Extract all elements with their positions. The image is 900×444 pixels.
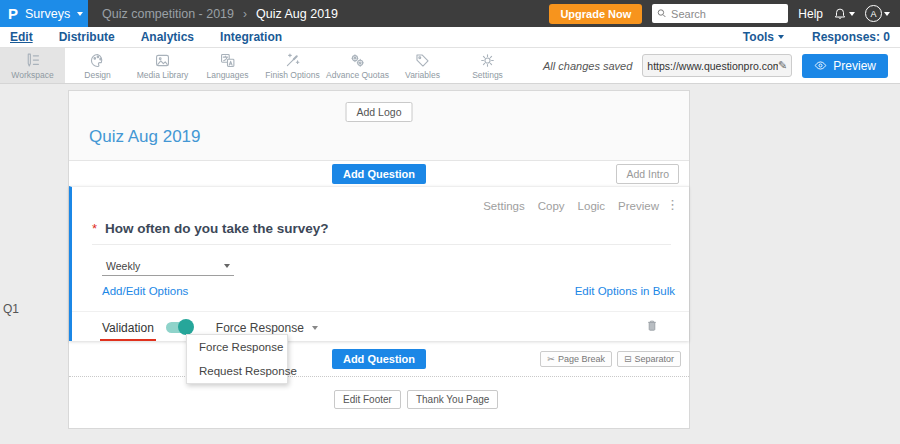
account-menu[interactable]: A [865, 5, 890, 22]
question-actions: Settings Copy Logic Preview [483, 200, 659, 212]
validation-dropdown-menu: Force Response Request Response [186, 334, 288, 384]
magic-wand-icon [284, 52, 301, 69]
translate-icon [219, 52, 236, 69]
quota-gears-icon [349, 52, 366, 69]
chevron-down-icon [884, 12, 890, 16]
question-preview-link[interactable]: Preview [618, 200, 659, 212]
tools-label: Tools [743, 30, 774, 44]
survey-title[interactable]: Quiz Aug 2019 [89, 127, 201, 147]
tag-icon [414, 52, 431, 69]
toolbar-item-languages[interactable]: Languages [195, 48, 260, 83]
validation-label: Validation [102, 321, 154, 335]
product-menu-label: Surveys [25, 7, 70, 21]
validation-type-dropdown[interactable]: Force Response [216, 321, 318, 335]
question-id-label: Q1 [3, 302, 19, 316]
save-status: All changes saved [543, 60, 632, 72]
add-question-button-top[interactable]: Add Question [332, 164, 426, 184]
survey-url-box: ✎ [642, 54, 792, 77]
toolbar-item-finish-options[interactable]: Finish Options [260, 48, 325, 83]
notifications-menu[interactable] [833, 7, 855, 21]
add-intro-button[interactable]: Add Intro [616, 164, 679, 184]
upgrade-now-button[interactable]: Upgrade Now [549, 4, 642, 24]
gear-icon [479, 52, 496, 69]
tab-integration[interactable]: Integration [220, 30, 282, 44]
responses-link[interactable]: Responses: 0 [812, 30, 890, 44]
breadcrumb-separator: › [243, 7, 247, 21]
answer-dropdown-value: Weekly [106, 260, 140, 272]
product-menu[interactable]: P Surveys [0, 0, 88, 27]
global-search[interactable] [652, 4, 788, 23]
toolbar-item-workspace[interactable]: Workspace [0, 48, 65, 83]
validation-type-value: Force Response [216, 321, 304, 335]
toolbar-item-media-library[interactable]: Media Library [130, 48, 195, 83]
page-break-button[interactable]: ✂ Page Break [540, 351, 612, 367]
toolbar-item-design[interactable]: Design [65, 48, 130, 83]
card-divider [72, 311, 689, 312]
tools-menu[interactable]: Tools [743, 30, 784, 44]
help-link[interactable]: Help [798, 7, 823, 21]
question-logic-link[interactable]: Logic [578, 200, 606, 212]
survey-header-section: Add Logo Quiz Aug 2019 [69, 91, 689, 161]
separator-icon: ⊟ [624, 354, 632, 364]
tab-analytics[interactable]: Analytics [141, 30, 194, 44]
edit-footer-button[interactable]: Edit Footer [334, 390, 401, 409]
image-icon [154, 52, 171, 69]
question-underline [92, 244, 671, 245]
kebab-menu-icon[interactable]: ⋮ [666, 197, 679, 212]
validation-toggle[interactable] [166, 322, 192, 333]
survey-canvas: Add Logo Quiz Aug 2019 Add Question Add … [68, 90, 690, 429]
tab-distribute[interactable]: Distribute [59, 30, 115, 44]
questionpro-logo-icon: P [8, 6, 18, 21]
breadcrumb-current: Quiz Aug 2019 [256, 7, 338, 21]
search-input[interactable] [671, 8, 783, 20]
add-question-row-top: Add Question Add Intro [69, 161, 689, 186]
section-nav: Edit Distribute Analytics Integration To… [0, 27, 900, 48]
question-card: Settings Copy Logic Preview ⋮ * How ofte… [69, 186, 689, 341]
survey-toolbar: Workspace Design Media Library Languages… [0, 48, 900, 84]
separator-label: Separator [634, 354, 674, 364]
toolbar-item-settings[interactable]: Settings [455, 48, 520, 83]
preview-button[interactable]: Preview [802, 54, 888, 78]
eye-icon [814, 60, 827, 71]
add-question-row-bottom: Add Question ✂ Page Break ⊟ Separator [69, 341, 689, 376]
edit-url-icon[interactable]: ✎ [778, 59, 787, 72]
add-edit-options-link[interactable]: Add/Edit Options [102, 285, 188, 297]
dropdown-option-force-response[interactable]: Force Response [187, 335, 287, 359]
survey-url-input[interactable] [647, 60, 778, 72]
chevron-down-icon [849, 12, 855, 16]
bell-icon [833, 7, 847, 21]
avatar: A [865, 5, 882, 22]
chevron-down-icon [312, 326, 318, 330]
required-asterisk: * [92, 221, 97, 236]
survey-footer-section: Edit Footer Thank You Page [69, 376, 689, 428]
question-settings-link[interactable]: Settings [483, 200, 525, 212]
tab-edit[interactable]: Edit [10, 30, 33, 44]
delete-question-button[interactable] [645, 318, 659, 337]
thank-you-page-button[interactable]: Thank You Page [407, 390, 498, 409]
page-break-label: Page Break [558, 354, 605, 364]
question-text[interactable]: How often do you take the survey? [105, 221, 329, 236]
question-copy-link[interactable]: Copy [538, 200, 565, 212]
dropdown-option-request-response[interactable]: Request Response [187, 359, 287, 383]
add-question-button-bottom[interactable]: Add Question [332, 349, 426, 369]
toolbar-item-advance-quotas[interactable]: Advance Quotas [325, 48, 390, 83]
chevron-down-icon [224, 264, 230, 268]
top-bar: P Surveys Quiz competition - 2019 › Quiz… [0, 0, 900, 27]
edit-options-in-bulk-link[interactable]: Edit Options in Bulk [575, 285, 675, 297]
toolbar-item-variables[interactable]: Variables [390, 48, 455, 83]
editor-main: Q1 Add Logo Quiz Aug 2019 Add Question A… [0, 84, 900, 444]
search-icon [657, 8, 667, 19]
answer-dropdown[interactable]: Weekly [102, 257, 234, 276]
preview-label: Preview [833, 59, 876, 73]
breadcrumb: Quiz competition - 2019 › Quiz Aug 2019 [88, 0, 338, 27]
trash-icon [645, 318, 659, 333]
chevron-down-icon [77, 12, 83, 16]
separator-button[interactable]: ⊟ Separator [617, 351, 681, 367]
palette-icon [89, 52, 106, 69]
question-line: * How often do you take the survey? [92, 221, 329, 236]
add-logo-button[interactable]: Add Logo [346, 102, 413, 122]
breadcrumb-folder[interactable]: Quiz competition - 2019 [102, 7, 234, 21]
workspace-icon [24, 52, 41, 69]
scissors-icon: ✂ [547, 354, 555, 364]
chevron-down-icon [778, 35, 784, 39]
